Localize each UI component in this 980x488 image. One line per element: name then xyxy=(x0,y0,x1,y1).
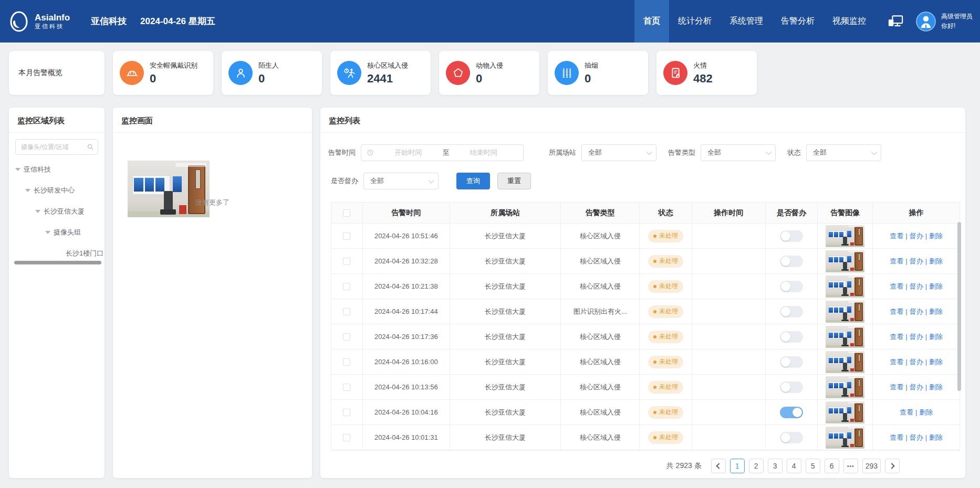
start-time-placeholder[interactable]: 开始时间 xyxy=(374,148,443,157)
row-action-link[interactable]: 删除 xyxy=(929,257,943,266)
alarm-image[interactable] xyxy=(826,225,864,247)
horizontal-scrollbar[interactable] xyxy=(14,261,101,264)
nav-item[interactable]: 系统管理 xyxy=(721,0,772,43)
supervise-toggle[interactable] xyxy=(780,306,803,317)
row-action-link[interactable]: 查看 xyxy=(890,433,903,442)
row-action-link[interactable]: 督办 xyxy=(910,357,923,367)
page-button[interactable]: 3 xyxy=(768,459,783,473)
scene-poster xyxy=(847,306,851,313)
alarm-stat-card: 核心区域入侵 2441 xyxy=(330,51,431,95)
nav-item[interactable]: 视频监控 xyxy=(823,0,875,43)
supervise-toggle[interactable] xyxy=(780,281,803,292)
tree-item[interactable]: 亚信科技 xyxy=(9,159,105,180)
scene-timestamp-overlay xyxy=(848,326,863,328)
time-range-input[interactable]: 开始时间 至 结束时间 xyxy=(361,144,524,161)
alarm-image[interactable] xyxy=(826,401,864,423)
supervise-toggle[interactable] xyxy=(780,407,803,418)
row-action-link[interactable]: 删除 xyxy=(929,383,943,392)
row-action-link[interactable]: 查看 xyxy=(890,231,903,241)
row-action-link[interactable]: 督办 xyxy=(910,383,923,392)
next-page-button[interactable] xyxy=(885,459,900,473)
row-action-link[interactable]: 删除 xyxy=(929,307,943,316)
vertical-scrollbar[interactable] xyxy=(957,222,961,391)
row-checkbox[interactable] xyxy=(343,283,350,290)
supervise-toggle[interactable] xyxy=(780,432,803,443)
supervise-toggle[interactable] xyxy=(780,356,803,368)
page-button[interactable]: 1 xyxy=(730,459,745,473)
tree-item[interactable]: 摄像头组 xyxy=(9,222,105,243)
row-action-link[interactable]: 删除 xyxy=(929,282,943,291)
alarm-image[interactable] xyxy=(826,250,864,272)
video-wall-icon[interactable] xyxy=(887,0,904,43)
row-checkbox[interactable] xyxy=(343,434,350,441)
page-button[interactable]: 2 xyxy=(749,459,764,473)
status-dot-icon xyxy=(653,386,656,389)
page-button[interactable]: ••• xyxy=(843,459,858,473)
row-action-link[interactable]: 删除 xyxy=(929,231,943,241)
select-all-checkbox[interactable] xyxy=(343,209,350,217)
row-checkbox[interactable] xyxy=(343,258,350,265)
alarm-image[interactable] xyxy=(826,427,864,449)
page-button[interactable]: 4 xyxy=(787,459,801,473)
row-checkbox[interactable] xyxy=(343,384,350,391)
row-action-link[interactable]: 督办 xyxy=(910,257,923,266)
row-checkbox[interactable] xyxy=(343,333,350,341)
row-action-link[interactable]: 督办 xyxy=(910,433,923,442)
avatar[interactable] xyxy=(916,12,936,31)
nav-item[interactable]: 统计分析 xyxy=(669,0,721,43)
alarm-image[interactable] xyxy=(826,301,864,323)
scene-poster xyxy=(847,256,851,262)
row-action-link[interactable]: 删除 xyxy=(929,332,943,342)
range-separator: 至 xyxy=(443,148,450,157)
row-action-link[interactable]: 督办 xyxy=(910,307,923,316)
page-button[interactable]: 6 xyxy=(825,459,839,473)
supervise-select[interactable]: 全部 xyxy=(363,173,439,189)
row-action-link[interactable]: 督办 xyxy=(910,282,923,291)
alarm-image[interactable] xyxy=(826,351,864,373)
nav-item[interactable]: 首页 xyxy=(634,0,669,43)
row-checkbox[interactable] xyxy=(343,409,350,416)
alarm-type-select[interactable]: 全部 xyxy=(701,144,776,161)
row-action-link[interactable]: 督办 xyxy=(910,332,923,342)
prev-page-button[interactable] xyxy=(711,459,726,473)
row-action-link[interactable]: 删除 xyxy=(929,433,943,442)
alarm-image[interactable] xyxy=(826,326,864,348)
row-action-link[interactable]: 查看 xyxy=(890,383,903,392)
tree-item[interactable]: 长沙亚信大厦 xyxy=(9,201,105,222)
camera-search-input[interactable] xyxy=(15,139,98,155)
tree-item[interactable]: 长沙研发中心 xyxy=(9,180,105,201)
tree-item-label: 摄像头组 xyxy=(54,228,81,237)
scene-poster xyxy=(145,178,154,192)
nav-item[interactable]: 告警分析 xyxy=(772,0,823,43)
row-checkbox[interactable] xyxy=(343,308,350,315)
alarm-image[interactable] xyxy=(826,376,864,398)
station-select[interactable]: 全部 xyxy=(581,144,656,161)
row-actions: 查看|督办|删除 xyxy=(873,299,960,324)
camera-thumbnail[interactable] xyxy=(128,161,210,217)
row-action-link[interactable]: 查看 xyxy=(890,332,903,342)
scene-red-box xyxy=(850,268,854,271)
row-action-link[interactable]: 督办 xyxy=(910,231,923,241)
row-action-link[interactable]: 查看 xyxy=(900,408,913,417)
tree-item-label: 长沙亚信大厦 xyxy=(44,207,85,216)
reset-button[interactable]: 重置 xyxy=(497,173,531,189)
status-select[interactable]: 全部 xyxy=(806,144,881,161)
supervise-toggle[interactable] xyxy=(780,256,803,267)
scene-poster xyxy=(839,358,843,363)
row-action-link[interactable]: 查看 xyxy=(890,257,903,266)
supervise-toggle[interactable] xyxy=(780,331,803,343)
alarm-image[interactable] xyxy=(826,275,864,298)
query-button[interactable]: 查询 xyxy=(456,173,490,189)
row-action-link[interactable]: 删除 xyxy=(919,408,933,417)
supervise-toggle[interactable] xyxy=(780,381,803,393)
row-checkbox[interactable] xyxy=(343,358,350,366)
page-button[interactable]: 5 xyxy=(806,459,820,473)
page-button[interactable]: 293 xyxy=(862,459,881,473)
row-checkbox[interactable] xyxy=(343,232,350,240)
row-action-link[interactable]: 查看 xyxy=(890,282,903,291)
end-time-placeholder[interactable]: 结束时间 xyxy=(450,148,518,157)
row-action-link[interactable]: 查看 xyxy=(890,357,903,367)
supervise-toggle[interactable] xyxy=(780,230,803,242)
row-action-link[interactable]: 查看 xyxy=(890,307,903,316)
row-action-link[interactable]: 删除 xyxy=(929,357,943,367)
